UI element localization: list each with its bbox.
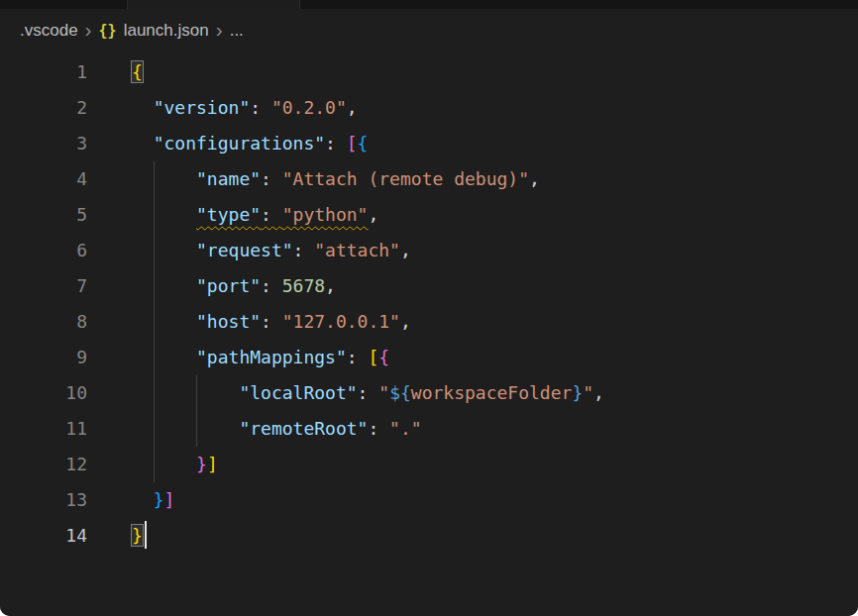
code-token: "configurations" [154,133,325,154]
code-line-content: "configurations": [{ [87,126,368,161]
code-token: "0.2.0" [271,97,347,118]
code-line[interactable]: 10 "localRoot": "${workspaceFolder}", [0,375,858,411]
chevron-right-icon: › [216,19,223,40]
code-line-content: "pathMappings": [{ [87,340,389,375]
code-token: , [593,382,604,403]
code-token: , [400,311,411,332]
line-number[interactable]: 4 [0,161,87,197]
code-token: : [325,133,347,154]
code-token: ] [207,454,218,474]
line-number[interactable]: 2 [0,90,87,126]
code-token: "remoteRoot" [239,418,368,439]
code-token: { [132,61,143,82]
code-line[interactable]: 11 "remoteRoot": "." [0,411,858,447]
breadcrumb: .vscode › {} launch.json › ... [0,9,858,51]
code-line-content: "host": "127.0.0.1", [87,304,411,340]
tab-strip-segment [127,0,299,9]
code-token: , [529,168,540,189]
code-token [132,311,196,332]
code-line-content: "request": "attach", [87,233,411,268]
line-number[interactable]: 7 [0,268,87,304]
code-token: : [261,204,282,225]
code-token: , [325,275,336,296]
code-token: , [368,204,378,225]
code-token: } [132,525,143,546]
code-token: : [347,347,369,367]
line-number[interactable]: 12 [0,447,87,482]
code-token: "127.0.0.1" [282,311,400,332]
code-lines: 1{2 "version": "0.2.0",3 "configurations… [0,54,858,554]
code-token [132,489,154,510]
code-token: : [261,275,282,296]
code-token: : [293,240,315,260]
code-editor[interactable]: 1{2 "version": "0.2.0",3 "configurations… [0,51,858,616]
code-token: " [378,382,389,403]
code-token: , [347,97,358,118]
code-token [132,168,196,189]
code-line[interactable]: 9 "pathMappings": [{ [0,340,858,375]
code-line[interactable]: 5 "type": "python", [0,197,858,233]
code-token: { [358,133,369,154]
code-line-content: "version": "0.2.0", [87,90,358,126]
code-line[interactable]: 1{ [0,54,858,90]
code-token: : [261,311,282,332]
line-number[interactable]: 9 [0,340,87,375]
code-token: "request" [196,240,293,260]
code-token: ] [164,489,175,510]
code-line-content: }] [87,482,174,518]
code-token: "." [389,418,422,439]
code-token: "pathMappings" [196,347,347,367]
vscode-editor-window: .vscode › {} launch.json › ... 1{2 "vers… [0,0,858,616]
code-token: { [378,347,389,367]
code-line-content: "remoteRoot": "." [87,411,422,447]
code-line[interactable]: 13 }] [0,482,858,518]
code-token: "type" [196,204,261,225]
text-cursor [145,521,148,549]
code-token [132,97,154,118]
code-line[interactable]: 8 "host": "127.0.0.1", [0,304,858,340]
tab-separator [299,0,300,9]
code-token: "Attach (remote debug)" [282,168,529,189]
line-number[interactable]: 10 [0,375,87,411]
code-line-content: "type": "python", [87,197,378,233]
line-number[interactable]: 1 [0,54,87,90]
code-line[interactable]: 7 "port": 5678, [0,268,858,304]
code-line-content: }] [87,447,218,482]
code-token: "port" [196,275,261,296]
code-line[interactable]: 6 "request": "attach", [0,233,858,268]
line-number[interactable]: 5 [0,197,87,233]
code-token [132,240,196,260]
line-number[interactable]: 8 [0,304,87,340]
code-line[interactable]: 4 "name": "Attach (remote debug)", [0,161,858,197]
code-line[interactable]: 14} [0,518,858,554]
code-line[interactable]: 12 }] [0,447,858,482]
code-line[interactable]: 3 "configurations": [{ [0,126,858,161]
line-number[interactable]: 13 [0,482,87,518]
code-token: , [400,240,411,260]
code-token: "version" [154,97,251,118]
code-token [132,204,196,225]
code-line-content: "name": "Attach (remote debug)", [87,161,540,197]
code-line-content: { [87,54,143,90]
code-token: } [572,382,583,403]
line-number[interactable]: 3 [0,126,87,161]
code-line[interactable]: 2 "version": "0.2.0", [0,90,858,126]
chevron-right-icon: › [85,19,92,40]
line-number[interactable]: 11 [0,411,87,447]
line-number[interactable]: 6 [0,233,87,268]
breadcrumb-symbol[interactable]: ... [230,21,244,41]
breadcrumb-file[interactable]: launch.json [124,21,209,41]
code-token: 5678 [282,275,325,296]
code-line-content: "localRoot": "${workspaceFolder}", [87,375,604,411]
breadcrumb-folder[interactable]: .vscode [20,21,78,41]
line-number[interactable]: 14 [0,518,87,554]
code-token: : [358,382,379,403]
code-token: ${ [389,382,411,403]
code-token: [ [347,133,358,154]
code-token: " [583,382,593,403]
tab-separator [127,0,128,9]
code-token: workspaceFolder [411,382,573,403]
code-token: "localRoot" [239,382,357,403]
json-file-icon: {} [99,22,117,40]
code-line-content: } [87,518,147,554]
